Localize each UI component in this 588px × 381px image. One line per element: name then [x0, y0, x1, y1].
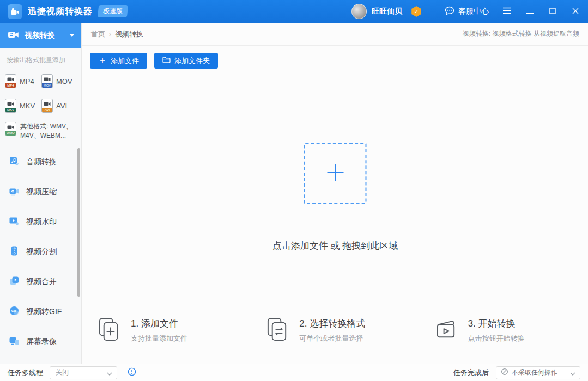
toolbar: ＋ 添加文件 添加文件夹 [82, 46, 588, 69]
info-icon [128, 367, 136, 378]
mp4-file-icon: MP4 [5, 74, 16, 88]
pages-swap-icon [265, 317, 290, 345]
hamburger-icon [502, 7, 512, 16]
support-center-label: 客服中心 [458, 7, 489, 16]
plus-icon: ＋ [98, 56, 107, 65]
sidebar-scrollbar[interactable] [77, 148, 80, 297]
user-avatar[interactable] [351, 4, 367, 19]
format-section-label: 按输出格式批量添加 [7, 56, 65, 65]
video-merge-icon [9, 275, 20, 288]
sidebar-item-audio-convert[interactable]: 音频转换 [0, 147, 81, 177]
sidebar-item-video-convert[interactable]: 视频转换 [0, 23, 81, 48]
no-action-icon [501, 368, 508, 378]
avi-file-icon: AVI [41, 99, 53, 113]
sidebar: 视频转换 按输出格式批量添加 MP4 MP4 MOV MOV [0, 23, 82, 364]
dropzone[interactable] [304, 143, 367, 204]
breadcrumb-separator: › [109, 30, 111, 38]
sidebar-item-video-compress[interactable]: 视频压缩 [0, 177, 81, 207]
thread-select[interactable]: 关闭 [50, 366, 117, 379]
video-to-gif-icon: GIF [9, 305, 20, 318]
step-choose-format: 2. 选择转换格式 可单个或者批量选择 [251, 307, 419, 354]
titlebar: 迅捷视频转换器 极速版 旺旺仙贝 ✓ 客服中心 [0, 0, 588, 23]
minimize-button[interactable] [525, 7, 535, 16]
sidebar-menu: 音频转换 视频压缩 [0, 147, 81, 357]
footer-bar: 任务多线程 关闭 任务完成后 [0, 364, 588, 381]
audio-convert-icon [9, 156, 20, 169]
video-compress-icon [9, 186, 20, 199]
sidebar-item-video-split[interactable]: 视频分割 [0, 237, 81, 267]
close-icon [572, 7, 579, 16]
svg-text:GIF: GIF [11, 309, 17, 312]
support-center-button[interactable]: 客服中心 [445, 6, 489, 17]
screen-record-icon [9, 335, 20, 348]
mkv-file-icon: MKV [5, 99, 16, 113]
thread-info-button[interactable] [128, 367, 136, 378]
breadcrumb-home[interactable]: 首页 [91, 29, 105, 39]
sidebar-item-screen-record[interactable]: 屏幕录像 [0, 327, 81, 357]
app-title: 迅捷视频转换器 [28, 6, 93, 17]
thread-label: 任务多线程 [8, 368, 43, 378]
sidebar-item-label: 视频转换 [25, 30, 55, 40]
breadcrumb-current: 视频转换 [115, 29, 143, 39]
step-add-files: 1. 添加文件 支持批量添加文件 [82, 307, 251, 354]
thread-select-value: 关闭 [56, 368, 107, 377]
format-add-mkv[interactable]: MKV MKV [5, 99, 41, 113]
dropzone-hint: 点击添加文件 或 拖拽到此区域 [82, 239, 588, 252]
mov-file-icon: MOV [41, 74, 53, 88]
sidebar-item-video-merge[interactable]: 视频合并 [0, 267, 81, 297]
after-action-select[interactable]: 不采取任何操作 [496, 366, 580, 379]
format-add-mp4[interactable]: MP4 MP4 [5, 74, 41, 88]
clapperboard-play-icon [434, 317, 459, 345]
video-watermark-icon [9, 216, 20, 229]
format-add-mov[interactable]: MOV MOV [41, 74, 78, 88]
add-folder-button[interactable]: 添加文件夹 [154, 53, 218, 69]
video-convert-icon [8, 29, 19, 41]
add-file-button[interactable]: ＋ 添加文件 [90, 53, 147, 69]
main-panel: 首页 › 视频转换 视频转换: 视频格式转换 从视频提取音频 ＋ 添加文件 添加… [82, 23, 588, 364]
chevron-down-icon [570, 368, 575, 378]
app-logo-icon [8, 4, 22, 19]
edition-badge: 极速版 [98, 5, 128, 17]
sidebar-item-video-to-gif[interactable]: GIF 视频转GIF [0, 297, 81, 327]
app-window: 迅捷视频转换器 极速版 旺旺仙贝 ✓ 客服中心 [0, 0, 588, 381]
after-select-value: 不采取任何操作 [512, 368, 570, 377]
pages-plus-icon [96, 317, 122, 345]
format-add-avi[interactable]: AVI AVI [41, 99, 78, 113]
menu-button[interactable] [502, 7, 512, 16]
wmv-file-icon: WMV [5, 122, 16, 136]
add-plus-icon [324, 161, 347, 186]
video-split-icon [9, 245, 20, 259]
close-button[interactable] [571, 7, 580, 16]
maximize-icon [549, 7, 556, 16]
step-start-convert: 3. 开始转换 点击按钮开始转换 [420, 307, 588, 354]
vip-badge-icon[interactable]: ✓ [411, 6, 422, 17]
username[interactable]: 旺旺仙贝 [372, 7, 402, 16]
chat-bubble-icon [445, 6, 454, 17]
maximize-button[interactable] [548, 7, 557, 16]
format-add-other[interactable]: WMV 其他格式: WMV、M4V、WEBM... [5, 122, 79, 140]
breadcrumb: 首页 › 视频转换 视频转换: 视频格式转换 从视频提取音频 [82, 23, 588, 46]
sidebar-item-video-watermark[interactable]: 视频水印 [0, 207, 81, 237]
minimize-icon [526, 7, 534, 16]
folder-icon [162, 57, 171, 65]
after-task-label: 任务完成后 [453, 368, 489, 378]
chevron-down-icon [107, 368, 112, 378]
mode-subtitle: 视频转换: 视频格式转换 从视频提取音频 [463, 29, 579, 39]
chevron-down-icon [69, 34, 75, 37]
steps-guide: 1. 添加文件 支持批量添加文件 2. 选择转换格式 可单个或者批量选择 [82, 307, 588, 354]
